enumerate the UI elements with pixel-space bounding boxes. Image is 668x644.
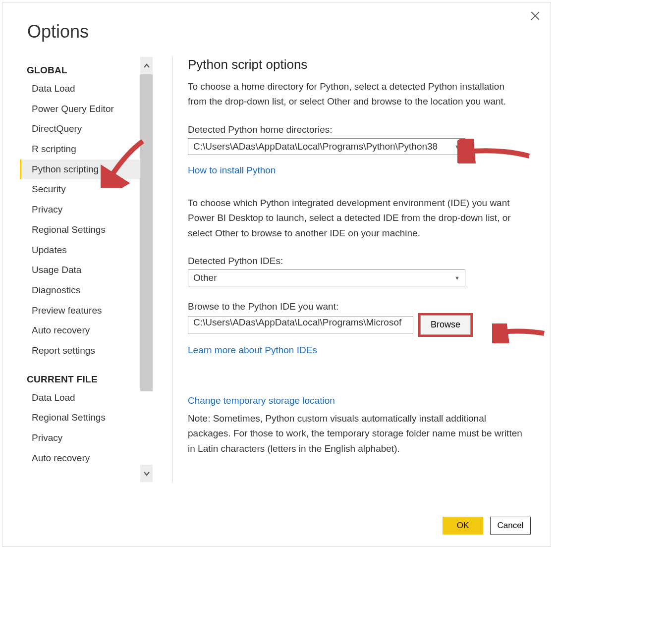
sidebar-item-cf-auto-recovery[interactable]: Auto recovery	[20, 448, 140, 469]
sidebar-container: GLOBAL Data Load Power Query Editor Dire…	[20, 57, 167, 482]
caret-down-icon: ▼	[454, 144, 460, 150]
content-panel: Python script options To choose a home d…	[188, 57, 551, 482]
home-dir-dropdown[interactable]: C:\Users\ADas\AppData\Local\Programs\Pyt…	[188, 138, 465, 155]
sidebar-item-cf-privacy[interactable]: Privacy	[20, 428, 140, 448]
sidebar-section-global: GLOBAL	[20, 61, 140, 79]
chevron-up-icon	[143, 63, 150, 68]
sidebar-item-python-scripting[interactable]: Python scripting	[20, 160, 140, 180]
sidebar-item-privacy[interactable]: Privacy	[20, 200, 140, 220]
learn-more-ides-link[interactable]: Learn more about Python IDEs	[188, 345, 317, 356]
options-dialog: Options GLOBAL Data Load Power Query Edi…	[2, 2, 551, 547]
sidebar-item-report-settings[interactable]: Report settings	[20, 341, 140, 361]
sidebar: GLOBAL Data Load Power Query Editor Dire…	[20, 57, 140, 482]
sidebar-section-current-file: CURRENT FILE	[20, 370, 140, 388]
sidebar-scrollbar[interactable]	[140, 57, 153, 482]
change-storage-link[interactable]: Change temporary storage location	[188, 395, 335, 406]
install-python-link[interactable]: How to install Python	[188, 165, 276, 176]
sidebar-item-usage-data[interactable]: Usage Data	[20, 260, 140, 280]
vertical-divider	[172, 57, 173, 482]
browse-label: Browse to the Python IDE you want:	[188, 301, 526, 312]
sidebar-item-diagnostics[interactable]: Diagnostics	[20, 280, 140, 301]
sidebar-item-data-load[interactable]: Data Load	[20, 79, 140, 99]
sidebar-item-updates[interactable]: Updates	[20, 240, 140, 261]
dialog-body: GLOBAL Data Load Power Query Editor Dire…	[2, 57, 551, 482]
storage-note: Note: Sometimes, Python custom visuals a…	[188, 411, 526, 456]
scroll-thumb[interactable]	[140, 74, 153, 391]
caret-down-icon: ▼	[454, 275, 460, 281]
content-intro: To choose a home directory for Python, s…	[188, 79, 526, 109]
sidebar-item-cf-data-load[interactable]: Data Load	[20, 388, 140, 408]
ide-value: Other	[193, 272, 217, 283]
sidebar-item-power-query-editor[interactable]: Power Query Editor	[20, 99, 140, 119]
ide-path-input[interactable]: C:\Users\ADas\AppData\Local\Programs\Mic…	[188, 317, 413, 333]
chevron-down-icon	[143, 471, 150, 476]
ide-label: Detected Python IDEs:	[188, 256, 526, 267]
sidebar-item-security[interactable]: Security	[20, 179, 140, 200]
scroll-down-button[interactable]	[140, 465, 153, 482]
scroll-up-button[interactable]	[140, 57, 153, 74]
ide-intro: To choose which Python integrated develo…	[188, 196, 526, 241]
ide-dropdown[interactable]: Other ▼	[188, 269, 465, 286]
dialog-footer: OK Cancel	[443, 517, 531, 535]
sidebar-item-preview-features[interactable]: Preview features	[20, 301, 140, 321]
dialog-title: Options	[2, 2, 551, 42]
sidebar-item-auto-recovery[interactable]: Auto recovery	[20, 321, 140, 341]
sidebar-item-r-scripting[interactable]: R scripting	[20, 139, 140, 160]
close-icon	[531, 11, 540, 20]
cancel-button[interactable]: Cancel	[490, 517, 531, 535]
home-dir-label: Detected Python home directories:	[188, 124, 526, 135]
browse-row: C:\Users\ADas\AppData\Local\Programs\Mic…	[188, 315, 526, 335]
sidebar-item-regional-settings[interactable]: Regional Settings	[20, 220, 140, 240]
home-dir-value: C:\Users\ADas\AppData\Local\Programs\Pyt…	[193, 141, 438, 152]
close-button[interactable]	[531, 11, 540, 22]
browse-button[interactable]: Browse	[420, 315, 471, 335]
sidebar-item-cf-regional-settings[interactable]: Regional Settings	[20, 408, 140, 428]
sidebar-item-directquery[interactable]: DirectQuery	[20, 119, 140, 139]
content-heading: Python script options	[188, 57, 526, 72]
ok-button[interactable]: OK	[443, 517, 483, 535]
